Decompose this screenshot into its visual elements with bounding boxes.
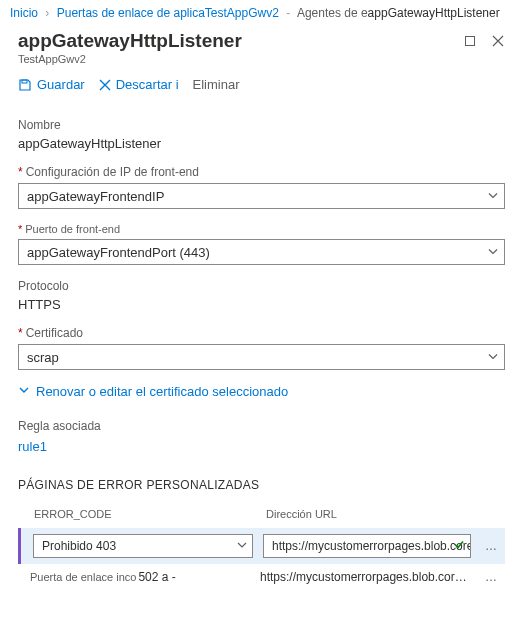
breadcrumb-current: appGatewayHttpListener — [368, 6, 500, 20]
certificate-label: *Certificado — [18, 326, 505, 340]
associated-rule-label: Regla asociada — [18, 419, 505, 433]
chevron-down-icon — [488, 189, 498, 204]
custom-error-section-header: PÁGINAS DE ERROR PERSONALIZADAS — [18, 478, 505, 492]
chevron-down-icon — [488, 245, 498, 260]
page-subtitle: TestAppGwv2 — [18, 53, 453, 65]
error-code-select[interactable]: Prohibido 403 — [33, 534, 253, 558]
chevron-right-icon: › — [45, 6, 49, 20]
svg-rect-0 — [466, 37, 475, 46]
error-url-input[interactable]: https://mycustomerrorpages.blob.core.w — [263, 534, 471, 558]
chevron-down-icon — [237, 539, 247, 553]
save-icon — [18, 78, 32, 92]
frontend-ip-select[interactable]: appGatewayFrontendIP — [18, 183, 505, 209]
table-row: Puerta de enlace inco 502 a - https://my… — [18, 564, 505, 590]
delete-button[interactable]: Eliminar — [193, 77, 240, 92]
restore-window-button[interactable] — [459, 30, 481, 52]
protocol-label: Protocolo — [18, 279, 505, 293]
row-more-button[interactable]: … — [481, 570, 501, 584]
certificate-select[interactable]: scrap — [18, 344, 505, 370]
breadcrumb: Inicio › Puertas de enlace de aplicaTest… — [0, 0, 523, 24]
page-title: appGatewayHttpListener — [18, 30, 453, 52]
renew-certificate-link[interactable]: Renovar o editar el certificado seleccio… — [18, 384, 505, 399]
protocol-value: HTTPS — [18, 297, 505, 312]
frontend-port-label: *Puerto de front-end — [18, 223, 505, 235]
breadcrumb-home[interactable]: Inicio — [10, 6, 38, 20]
chevron-down-icon — [488, 350, 498, 365]
name-value: appGatewayHttpListener — [18, 136, 505, 151]
discard-button[interactable]: Descartar i — [99, 77, 179, 92]
custom-error-table: ERROR_CODE Dirección URL Prohibido 403 h… — [18, 508, 505, 590]
command-bar: Guardar Descartar i Eliminar — [0, 67, 523, 100]
breadcrumb-appgw[interactable]: TestAppGwv2 — [205, 6, 279, 20]
col-error-code: ERROR_CODE — [34, 508, 254, 520]
frontend-ip-label: *Configuración de IP de front-end — [18, 165, 505, 179]
table-row: Prohibido 403 https://mycustomerrorpages… — [18, 528, 505, 564]
save-button[interactable]: Guardar — [18, 77, 85, 92]
name-label: Nombre — [18, 118, 505, 132]
close-icon — [99, 79, 111, 91]
frontend-port-select[interactable]: appGatewayFrontendPort (443) — [18, 239, 505, 265]
svg-rect-1 — [22, 80, 27, 83]
error-code-label: Puerta de enlace inco — [30, 571, 136, 583]
error-url-value: https://mycustomerrorpages.blob.core.win… — [260, 570, 471, 584]
breadcrumb-appgw-list[interactable]: Puertas de enlace de aplica — [57, 6, 205, 20]
close-button[interactable] — [487, 30, 509, 52]
checkmark-icon — [453, 539, 465, 554]
error-code-value: 502 a - — [138, 570, 175, 584]
chevron-right-icon: - — [286, 6, 290, 20]
row-more-button[interactable]: … — [481, 539, 501, 553]
col-url: Dirección URL — [266, 508, 501, 520]
breadcrumb-listeners: Agentes de e — [297, 6, 368, 20]
associated-rule-link[interactable]: rule1 — [18, 439, 47, 454]
chevron-down-icon — [18, 384, 30, 399]
